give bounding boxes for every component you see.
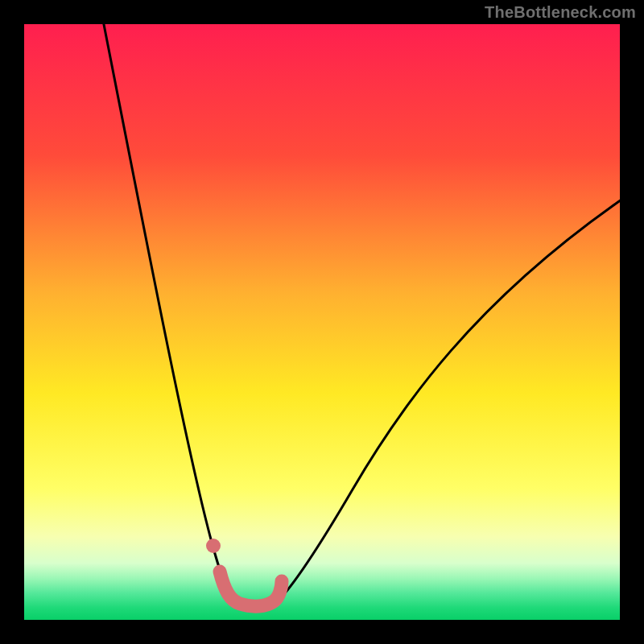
pink-dot bbox=[206, 539, 221, 553]
watermark-text: TheBottleneck.com bbox=[485, 3, 636, 22]
chart-svg bbox=[24, 24, 620, 620]
chart-frame: TheBottleneck.com bbox=[0, 0, 644, 644]
plot-area bbox=[24, 24, 620, 620]
gradient-background bbox=[24, 24, 620, 620]
